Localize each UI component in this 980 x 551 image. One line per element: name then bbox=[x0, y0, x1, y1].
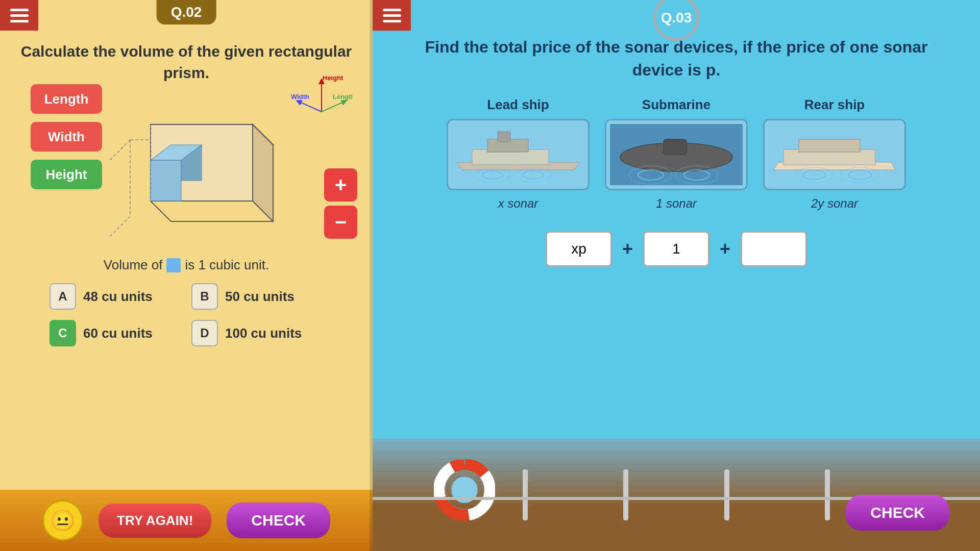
svg-line-14 bbox=[151, 201, 171, 221]
ship-sonar-rear: 2y sonar bbox=[811, 196, 858, 211]
answer-input-3[interactable] bbox=[741, 231, 807, 267]
ship-cards: Lead ship bbox=[447, 97, 906, 211]
fence-post-2 bbox=[623, 469, 628, 520]
svg-rect-40 bbox=[799, 139, 860, 152]
answer-inputs: + + bbox=[546, 231, 807, 267]
ship-label-rear: Rear ship bbox=[804, 97, 865, 113]
option-a[interactable]: A 48 cu units bbox=[50, 283, 181, 310]
minus-icon: − bbox=[335, 211, 347, 234]
svg-text:Width: Width bbox=[291, 93, 309, 101]
svg-line-2 bbox=[322, 102, 345, 112]
right-content: Find the total price of the sonar device… bbox=[373, 0, 980, 277]
axis-diagram: Height Width Length bbox=[291, 76, 352, 118]
svg-text:Length: Length bbox=[333, 93, 352, 101]
option-d[interactable]: D 100 cu units bbox=[191, 320, 323, 346]
zoom-out-button[interactable]: − bbox=[324, 206, 357, 239]
zoom-controls: + − bbox=[324, 168, 357, 239]
option-c-letter: C bbox=[50, 320, 76, 346]
question-badge-left: Q.02 bbox=[157, 0, 216, 24]
svg-line-8 bbox=[110, 140, 130, 160]
ship-sonar-submarine: 1 sonar bbox=[656, 196, 697, 211]
fence-post-3 bbox=[724, 469, 729, 520]
right-panel: Q.03 Find the total price of the sonar d… bbox=[373, 0, 980, 551]
ocean-bottom: CHECK bbox=[373, 439, 980, 551]
menu-button-right[interactable] bbox=[373, 0, 411, 31]
option-b-value: 50 cu units bbox=[225, 289, 295, 305]
prism-svg bbox=[79, 109, 293, 252]
svg-rect-32 bbox=[664, 139, 687, 155]
mascot: 😐 bbox=[42, 500, 83, 541]
plus-icon: + bbox=[335, 173, 347, 196]
bottom-bar-left: 😐 TRY AGAIN! CHECK bbox=[0, 490, 373, 551]
fence-post-4 bbox=[825, 469, 830, 520]
svg-marker-17 bbox=[151, 160, 181, 201]
ship-label-submarine: Submarine bbox=[642, 97, 710, 113]
check-button-right[interactable]: CHECK bbox=[846, 495, 949, 531]
option-c-value: 60 cu units bbox=[83, 325, 153, 341]
answer-input-1[interactable] bbox=[546, 231, 612, 267]
cube-icon bbox=[166, 258, 181, 272]
ship-image-rear bbox=[763, 119, 906, 190]
option-c[interactable]: C 60 cu units bbox=[50, 320, 181, 346]
answer-input-2[interactable] bbox=[643, 231, 709, 267]
ship-card-submarine: Submarine 1 sonar bbox=[605, 97, 748, 211]
option-b-letter: B bbox=[191, 283, 218, 310]
svg-rect-25 bbox=[498, 132, 510, 142]
option-d-value: 100 cu units bbox=[225, 325, 302, 341]
try-again-button[interactable]: TRY AGAIN! bbox=[99, 504, 211, 538]
ship-card-rear: Rear ship 2y sonar bbox=[763, 97, 906, 211]
ship-image-lead bbox=[447, 119, 590, 190]
ship-image-submarine bbox=[605, 119, 748, 190]
svg-marker-12 bbox=[253, 124, 273, 221]
option-b[interactable]: B 50 cu units bbox=[191, 283, 323, 310]
svg-line-1 bbox=[299, 102, 322, 112]
volume-description: Volume of is 1 cubic unit. bbox=[104, 257, 269, 273]
question-text-right: Find the total price of the sonar device… bbox=[413, 36, 939, 82]
svg-line-10 bbox=[110, 216, 130, 237]
answer-grid: A 48 cu units B 50 cu units C 60 cu unit… bbox=[50, 283, 323, 346]
menu-button-left[interactable] bbox=[0, 0, 38, 31]
ship-card-lead: Lead ship bbox=[447, 97, 590, 211]
zoom-in-button[interactable]: + bbox=[324, 168, 357, 202]
check-button-left[interactable]: CHECK bbox=[227, 503, 330, 538]
left-panel: Q.02 Length Width Height Calculate the v… bbox=[0, 0, 373, 551]
ship-sonar-lead: x sonar bbox=[498, 196, 538, 211]
fence-post-1 bbox=[523, 469, 528, 520]
plus-sign-1: + bbox=[622, 238, 633, 260]
left-content: Calculate the volume of the given rectan… bbox=[0, 0, 373, 551]
option-a-value: 48 cu units bbox=[83, 289, 153, 305]
prism-container bbox=[79, 109, 293, 252]
plus-sign-2: + bbox=[720, 238, 730, 260]
option-a-letter: A bbox=[50, 283, 76, 310]
option-d-letter: D bbox=[191, 320, 218, 346]
ship-label-lead: Lead ship bbox=[487, 97, 549, 113]
svg-text:Height: Height bbox=[323, 76, 344, 82]
